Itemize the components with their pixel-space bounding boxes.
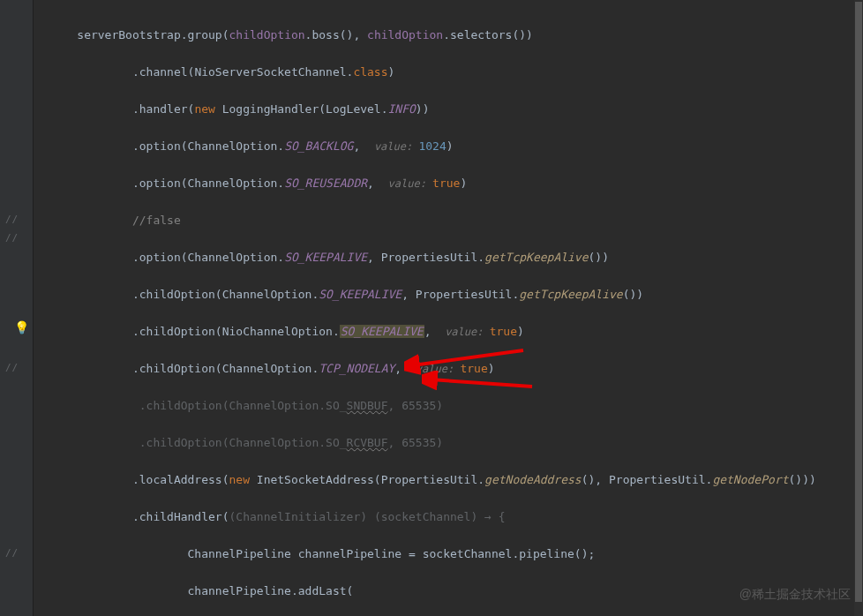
code-line: .localAddress(new InetSocketAddress(Prop… (49, 470, 863, 489)
scrollbar-thumb[interactable] (855, 2, 862, 602)
code-line: .channel(NioServerSocketChannel.class) (49, 63, 863, 81)
code-line: .option(ChannelOption.SO_KEEPALIVE, Prop… (49, 248, 863, 267)
code-line: //false (49, 211, 863, 229)
code-line: ChannelPipeline channelPipeline = socket… (49, 545, 863, 563)
gutter-mark: // (5, 544, 19, 562)
code-line: serverBootstrap.group(childOption.boss()… (49, 26, 863, 44)
code-line: .childOption(ChannelOption.SO_KEEPALIVE,… (49, 285, 863, 304)
code-editor: // // // // 💡 serverBootstrap.group(chil… (0, 0, 863, 616)
gutter-mark: // (5, 358, 19, 377)
code-line: .option(ChannelOption.SO_BACKLOG, value:… (49, 137, 863, 155)
code-line: .childOption(ChannelOption.TCP_NODELAY, … (49, 359, 863, 378)
annotation-arrow-icon (422, 334, 537, 432)
code-line: .childHandler((ChannelInitializer) (sock… (49, 507, 863, 526)
gutter-mark: // (5, 210, 19, 229)
svg-line-1 (431, 379, 532, 387)
code-line: .childOption(NioChannelOption.SO_KEEPALI… (49, 322, 863, 341)
gutter-mark: // (5, 229, 19, 247)
watermark-text: @稀土掘金技术社区 (739, 585, 851, 604)
code-line: .handler(new LoggingHandler(LogLevel.INF… (49, 100, 863, 118)
editor-gutter: // // // // 💡 (0, 0, 34, 616)
code-line: .childOption(ChannelOption.SO_RCVBUF, 65… (49, 433, 863, 452)
code-line: .option(ChannelOption.SO_REUSEADDR, valu… (49, 174, 863, 192)
code-text-area[interactable]: serverBootstrap.group(childOption.boss()… (34, 0, 863, 616)
vertical-scrollbar[interactable] (854, 0, 863, 616)
lightbulb-icon[interactable]: 💡 (14, 319, 29, 337)
code-line: .childOption(ChannelOption.SO_SNDBUF, 65… (49, 396, 863, 415)
